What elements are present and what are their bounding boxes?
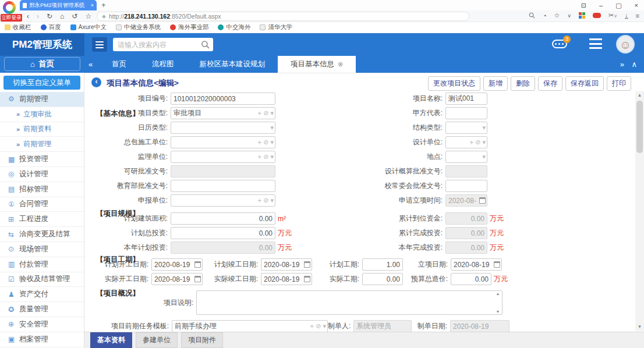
download-icon[interactable]: ↓: [625, 12, 628, 19]
dropdown-icon[interactable]: ▾: [270, 197, 274, 204]
reader-mode-icon[interactable]: ◔: [543, 12, 547, 19]
search-icon[interactable]: [529, 12, 535, 19]
dropdown-icon[interactable]: ▾: [270, 153, 274, 161]
committee-doc-input[interactable]: [445, 180, 487, 192]
add-icon[interactable]: +: [257, 109, 261, 118]
plan-duration-input[interactable]: [362, 258, 403, 271]
browser-logo-icon[interactable]: [3, 1, 16, 14]
reload-icon[interactable]: ↻: [47, 12, 52, 20]
action-button[interactable]: 新增: [483, 76, 508, 91]
add-icon[interactable]: +: [257, 139, 261, 147]
planned-area-input[interactable]: [171, 212, 275, 225]
chevron-down-icon[interactable]: ∨: [567, 13, 571, 19]
close-button[interactable]: ×: [635, 1, 638, 10]
header-menu-icon[interactable]: [589, 38, 602, 49]
sidebar-item-home[interactable]: ⌂首页: [0, 56, 84, 73]
clear-icon[interactable]: ⊘: [316, 322, 321, 330]
add-icon[interactable]: +: [310, 322, 314, 331]
gamepad-icon[interactable]: [593, 13, 601, 18]
action-button[interactable]: 删除: [511, 76, 535, 91]
add-icon[interactable]: +: [257, 197, 261, 205]
textarea-scrollbar[interactable]: ▲▼: [494, 292, 501, 314]
login-now-badge[interactable]: 立即登录: [1, 14, 22, 22]
sidebar-item-group[interactable]: ✪质量管理: [0, 302, 84, 317]
scrollbar-thumb[interactable]: [636, 101, 643, 153]
tabs-scroll-left-icon[interactable]: «: [89, 56, 93, 73]
calendar-icon[interactable]: [194, 261, 201, 268]
scroll-down-icon[interactable]: ▼: [635, 323, 644, 331]
browser-tab[interactable]: 邢永PM2项目管理系统 ×: [20, 0, 97, 10]
dropdown-icon[interactable]: ▾: [270, 139, 274, 146]
dropdown-icon[interactable]: ▾: [482, 153, 486, 161]
bookmark-item[interactable]: 百度: [41, 23, 61, 31]
star-icon[interactable]: ☆: [85, 12, 91, 20]
sidebar-item-group[interactable]: ▥付款管理: [0, 257, 84, 272]
back-circle-icon[interactable]: ‹: [91, 77, 101, 87]
url-field[interactable]: ◈ http://218.241.130.162:8520/Default.as…: [97, 12, 469, 21]
search-icon[interactable]: [201, 40, 210, 49]
action-button[interactable]: 保存: [538, 76, 562, 91]
bookmark-item[interactable]: 收藏栏: [5, 23, 31, 31]
tab-close-icon[interactable]: ×: [91, 2, 94, 8]
dropdown-icon[interactable]: ▾: [482, 124, 486, 132]
browser-menu-icon[interactable]: ≡: [636, 12, 639, 19]
sidebar-item-group[interactable]: ①合同管理: [0, 197, 84, 212]
planned-investment-input[interactable]: [171, 227, 275, 239]
dropdown-icon[interactable]: ▾: [323, 322, 326, 330]
user-avatar[interactable]: ☺: [616, 35, 635, 54]
workspace-tab[interactable]: 流程图: [139, 56, 187, 73]
favorite-star-icon[interactable]: ☆: [554, 12, 560, 19]
bookmark-item[interactable]: Axure中文: [70, 23, 107, 31]
apps-grid-icon[interactable]: [579, 12, 585, 19]
home-icon[interactable]: ⌂: [60, 12, 64, 20]
budget-total-input[interactable]: [451, 273, 491, 285]
content-scrollbar[interactable]: ▲ ▼: [635, 91, 644, 331]
project-no-input[interactable]: [171, 93, 275, 105]
workspace-tab[interactable]: 首页: [99, 56, 139, 73]
party-a-rep-input[interactable]: [445, 107, 487, 119]
structure-type-select[interactable]: [445, 122, 487, 134]
action-button[interactable]: 保存返回: [565, 76, 604, 91]
calendar-icon[interactable]: [194, 276, 201, 282]
add-icon[interactable]: +: [257, 153, 261, 161]
minimize-button[interactable]: –: [599, 1, 603, 10]
switch-custom-menu-button[interactable]: 切换至自定义菜单: [3, 76, 80, 90]
back-icon[interactable]: ‹: [27, 12, 29, 20]
sidebar-item-group[interactable]: ▦投资管理: [0, 152, 84, 167]
dropdown-icon[interactable]: ▾: [270, 109, 274, 117]
forward-icon[interactable]: ›: [37, 12, 39, 20]
calendar-icon[interactable]: [304, 261, 310, 268]
tab-close-icon[interactable]: ⊗: [338, 61, 343, 68]
dropdown-icon[interactable]: ▾: [482, 139, 486, 146]
sidebar-item-sub[interactable]: »前期管理: [0, 137, 84, 152]
screenshot-scissors-icon[interactable]: ✂∨: [608, 12, 617, 19]
location-select[interactable]: [445, 151, 487, 163]
workspace-icon[interactable]: ⊡: [581, 1, 586, 10]
sidebar-item-group[interactable]: ◎设计管理: [0, 167, 84, 182]
calendar-icon[interactable]: [494, 261, 500, 268]
action-button[interactable]: 更改项目状态: [428, 76, 480, 91]
search-input[interactable]: [113, 38, 213, 51]
scroll-up-icon[interactable]: ▲: [635, 91, 644, 100]
project-desc-textarea[interactable]: [196, 290, 503, 315]
calendar-type-select[interactable]: [171, 122, 275, 134]
messages-icon[interactable]: 3: [552, 38, 569, 50]
clear-icon[interactable]: ⊘: [263, 139, 268, 146]
bookmark-item[interactable]: 中交海外: [218, 23, 250, 31]
workspace-tab[interactable]: 项目基本信息⊗: [278, 56, 356, 73]
sidebar-item-group[interactable]: ☑验收及结算管理: [0, 272, 84, 287]
sidebar-item-group[interactable]: ⊕安全管理: [0, 317, 84, 332]
bookmark-item[interactable]: 海外事业部: [170, 23, 209, 31]
bookmark-item[interactable]: 中储业务系统: [116, 23, 161, 31]
new-tab-button[interactable]: +: [101, 1, 106, 9]
clear-icon[interactable]: ⊘: [475, 139, 480, 146]
detail-tab[interactable]: 参建单位: [136, 332, 178, 348]
site-shield-icon[interactable]: ◈: [102, 13, 106, 19]
sidebar-item-group[interactable]: ▤招标管理: [0, 182, 84, 197]
clear-icon[interactable]: ⊘: [263, 197, 268, 204]
sidebar-item-sub[interactable]: »前期资料: [0, 122, 84, 137]
history-icon[interactable]: ↺: [72, 12, 77, 20]
tabs-scroll-right-icon[interactable]: »: [620, 56, 624, 73]
detail-tab[interactable]: 项目附件: [181, 332, 223, 348]
collapse-tabbar-icon[interactable]: ∧: [631, 56, 637, 73]
